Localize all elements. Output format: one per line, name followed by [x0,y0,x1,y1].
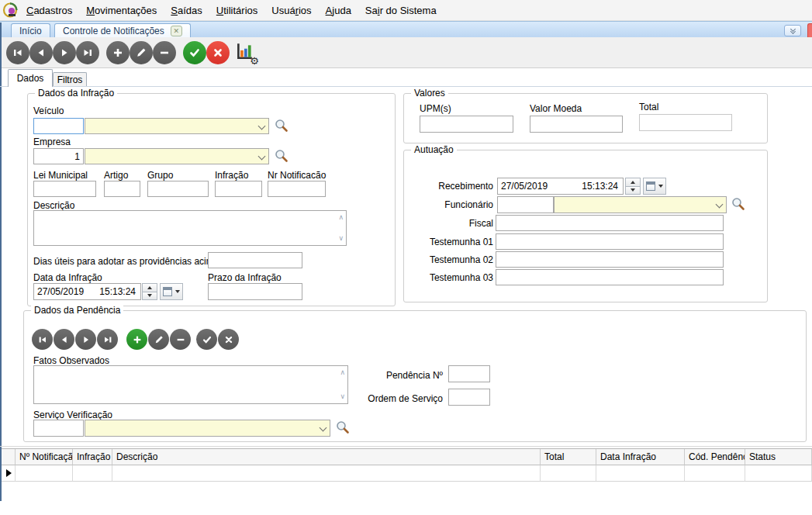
pendencia-edit-button[interactable] [148,329,169,350]
menu-cadastros[interactable]: Cadastros [19,1,79,20]
menu-bar: Cadastros Movimentações Saídas Utilitári… [0,0,812,21]
tab-close-icon[interactable]: ✕ [171,26,182,36]
dias-uteis-input[interactable] [208,252,302,268]
pendencia-next-button[interactable] [75,329,96,350]
data-infracao-datetime[interactable]: 27/05/2019 15:13:24 [33,283,141,300]
delete-record-button[interactable] [153,41,176,64]
grid-cell[interactable] [596,465,685,482]
valor-moeda-input[interactable] [530,116,623,133]
scroll-down-icon[interactable]: ∨ [338,235,344,242]
servico-verificacao-combobox[interactable] [85,420,330,437]
pendencia-numero-input[interactable] [448,365,490,382]
testemunha-03-input[interactable] [496,269,724,285]
date-value: 27/05/2019 [37,286,84,297]
artigo-label: Artigo [104,170,128,181]
grid-header-n-notificacao[interactable]: Nº Notificação [16,449,73,465]
grid-cell[interactable] [112,465,541,482]
grupo-input[interactable] [147,181,209,197]
servico-search-icon[interactable] [336,420,350,434]
tab-overflow-button[interactable] [784,25,801,36]
recebimento-datetime[interactable]: 27/05/2019 15:13:24 [497,178,624,195]
pendencia-cancel-button[interactable] [218,329,239,350]
pendencia-post-button[interactable] [196,329,217,350]
notifications-grid: Nº Notificação Infração Descrição Total … [2,448,812,515]
veiculo-combobox[interactable] [85,118,269,134]
grid-cell[interactable] [745,465,812,482]
spin-up-icon[interactable] [625,178,641,187]
upm-input[interactable] [420,116,513,133]
testemunha-02-input[interactable] [496,251,724,268]
prazo-infracao-input[interactable] [208,283,302,300]
fiscal-input[interactable] [496,215,724,231]
menu-utilitarios[interactable]: Utilitários [209,1,264,20]
last-record-button[interactable] [76,41,99,64]
edit-record-button[interactable] [130,41,153,64]
data-infracao-calendar-button[interactable] [160,283,183,300]
tab-dados[interactable]: Dados [8,69,53,87]
data-infracao-spinner[interactable] [142,283,157,300]
artigo-input[interactable] [104,181,140,197]
grid-cell[interactable] [16,465,73,482]
veiculo-label: Veículo [33,105,64,116]
menu-ajuda[interactable]: Ajuda [319,1,358,20]
row-indicator-icon [6,469,12,477]
servico-code-input[interactable] [33,420,84,437]
total-input[interactable] [639,114,732,131]
spin-down-icon[interactable] [142,292,157,301]
grid-cell[interactable] [541,465,596,482]
testemunha-01-input[interactable] [496,233,724,250]
grid-top-divider [0,446,812,447]
fatos-observados-memo[interactable]: ∧ ∨ [33,365,348,404]
pendencia-prior-button[interactable] [54,329,74,350]
infracao-input[interactable] [215,181,262,197]
grid-header-total[interactable]: Total [541,449,596,465]
spin-up-icon[interactable] [142,283,157,292]
descricao-memo[interactable]: ∧ ∨ [33,210,347,246]
recebimento-spinner[interactable] [625,178,641,195]
veiculo-search-icon[interactable] [275,119,289,133]
funcionario-search-icon[interactable] [731,197,745,211]
tab-inicio[interactable]: Início [11,23,50,38]
pendencia-delete-button[interactable] [170,329,191,350]
tab-filtros[interactable]: Filtros [53,72,87,87]
empresa-search-icon[interactable] [275,149,289,163]
fiscal-label: Fiscal [404,218,493,229]
insert-record-button[interactable] [106,41,130,64]
scroll-up-icon[interactable]: ∧ [338,214,344,221]
grid-header-status[interactable]: Status [745,449,812,465]
empresa-combobox[interactable] [85,148,269,164]
nr-notificacao-input[interactable] [268,181,326,197]
recebimento-calendar-button[interactable] [643,178,666,195]
next-record-button[interactable] [53,41,76,64]
grid-cell[interactable] [685,465,745,482]
menu-sair-do-sistema[interactable]: Sair do Sistema [358,1,444,20]
prior-record-button[interactable] [29,41,53,64]
ordem-de-servico-input[interactable] [448,389,490,406]
grid-header-data-infracao[interactable]: Data Infração [596,449,685,465]
grid-header-cod-pendencia[interactable]: Cód. Pendência [685,449,745,465]
spin-down-icon[interactable] [625,187,641,195]
tab-controle-de-notificacoes[interactable]: Controle de Notificações ✕ [54,23,191,38]
funcionario-combobox[interactable] [554,196,727,213]
pendencia-insert-button[interactable] [126,329,147,350]
dropdown-arrow-icon [658,185,663,188]
pendencia-first-button[interactable] [32,329,53,350]
grid-cell[interactable] [73,465,112,482]
menu-movimentacoes[interactable]: Movimentações [79,1,164,20]
testemunha-02-label: Testemunha 02 [404,254,493,265]
pendencia-last-button[interactable] [97,329,118,350]
lei-municipal-input[interactable] [33,181,96,197]
chart-settings-button[interactable]: ⚙ [235,42,257,64]
cancel-record-button[interactable] [206,41,230,64]
grid-header-infracao[interactable]: Infração [73,449,112,465]
group-dados-da-infracao: Dados da Infração Veículo Empresa Lei Mu… [27,93,396,306]
empresa-code-input[interactable] [33,148,84,164]
post-record-button[interactable] [183,41,206,64]
menu-saidas[interactable]: Saídas [164,1,209,20]
first-record-button[interactable] [6,41,29,64]
veiculo-code-input[interactable] [33,118,84,134]
grid-header-descricao[interactable]: Descrição [112,449,541,465]
funcionario-code-input[interactable] [497,196,554,213]
menu-usuarios[interactable]: Usuários [264,1,318,20]
total-label: Total [639,102,658,112]
